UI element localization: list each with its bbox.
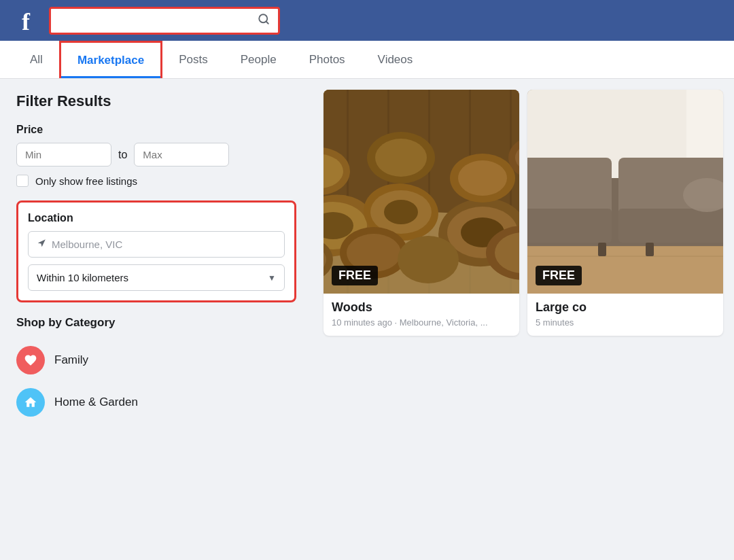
svg-line-3	[266, 21, 268, 23]
svg-marker-4	[38, 239, 46, 247]
tab-photos[interactable]: Photos	[293, 41, 362, 78]
svg-point-37	[458, 160, 507, 196]
price-filter: Price to Only show free listings	[16, 124, 296, 187]
header: f free	[0, 0, 734, 41]
listing-meta-woods: 10 minutes ago · Melbourne, Victoria, ..…	[332, 317, 511, 328]
price-max-input[interactable]	[134, 143, 229, 167]
listing-title-couch: Large co	[536, 300, 715, 315]
free-listing-row: Only show free listings	[16, 175, 296, 187]
radius-select[interactable]: Within 10 kilometers ▼	[28, 264, 285, 291]
free-listing-label: Only show free listings	[35, 175, 137, 187]
svg-point-35	[375, 139, 427, 177]
listing-card-couch[interactable]: FREE Large co 5 minutes	[527, 90, 723, 336]
price-min-input[interactable]	[16, 143, 111, 167]
nav-tabs: All Marketplace Posts People Photos Vide…	[0, 41, 734, 79]
listing-card-woods[interactable]: FREE Woods 10 minutes ago · Melbourne, V…	[324, 90, 519, 336]
sidebar: Filter Results Price to Only show free l…	[0, 79, 313, 560]
category-title: Shop by Category	[16, 316, 296, 330]
listing-info-couch: Large co 5 minutes	[527, 294, 723, 336]
listing-meta-couch: 5 minutes	[536, 317, 715, 328]
price-to-label: to	[118, 149, 127, 161]
tab-posts[interactable]: Posts	[162, 41, 224, 78]
svg-rect-52	[527, 209, 612, 243]
location-filter: Location Melbourne, VIC Within 10 kilome…	[16, 200, 296, 302]
search-bar: free	[49, 7, 280, 35]
svg-rect-53	[618, 209, 723, 243]
listing-image-couch: FREE	[527, 90, 723, 294]
location-title: Location	[28, 212, 285, 224]
radius-value: Within 10 kilometers	[37, 272, 128, 283]
svg-point-21	[384, 200, 418, 224]
home-garden-label: Home & Garden	[54, 396, 138, 409]
svg-rect-58	[646, 243, 654, 256]
dropdown-arrow-icon: ▼	[268, 273, 276, 283]
location-input-row[interactable]: Melbourne, VIC	[28, 231, 285, 258]
listing-image-woods: FREE	[324, 90, 519, 294]
location-value: Melbourne, VIC	[52, 239, 122, 250]
tab-people[interactable]: People	[224, 41, 293, 78]
listing-info-woods: Woods 10 minutes ago · Melbourne, Victor…	[324, 294, 519, 336]
listing-title-woods: Woods	[332, 300, 511, 315]
tab-all[interactable]: All	[14, 41, 59, 78]
location-arrow-icon	[37, 239, 46, 250]
search-icon	[258, 13, 270, 29]
svg-point-27	[398, 236, 459, 283]
free-badge-couch: FREE	[536, 266, 582, 285]
facebook-logo: f	[11, 5, 41, 35]
tab-videos[interactable]: Videos	[362, 41, 430, 78]
listings-grid: FREE Woods 10 minutes ago · Melbourne, V…	[313, 79, 734, 560]
main-layout: Filter Results Price to Only show free l…	[0, 79, 734, 560]
family-icon	[16, 346, 45, 374]
category-section: Shop by Category Family Home & Garden	[16, 316, 296, 423]
tab-marketplace[interactable]: Marketplace	[59, 41, 162, 78]
free-listing-checkbox[interactable]	[16, 175, 29, 187]
search-input[interactable]: free	[59, 14, 252, 28]
filter-results-title: Filter Results	[16, 92, 296, 110]
category-item-home-garden[interactable]: Home & Garden	[16, 381, 296, 423]
price-title: Price	[16, 124, 296, 136]
home-garden-icon	[16, 388, 45, 417]
svg-rect-57	[598, 243, 606, 256]
price-range-row: to	[16, 143, 296, 167]
family-label: Family	[54, 353, 88, 367]
free-badge-woods: FREE	[332, 266, 378, 285]
svg-text:f: f	[22, 8, 31, 35]
category-item-family[interactable]: Family	[16, 339, 296, 381]
